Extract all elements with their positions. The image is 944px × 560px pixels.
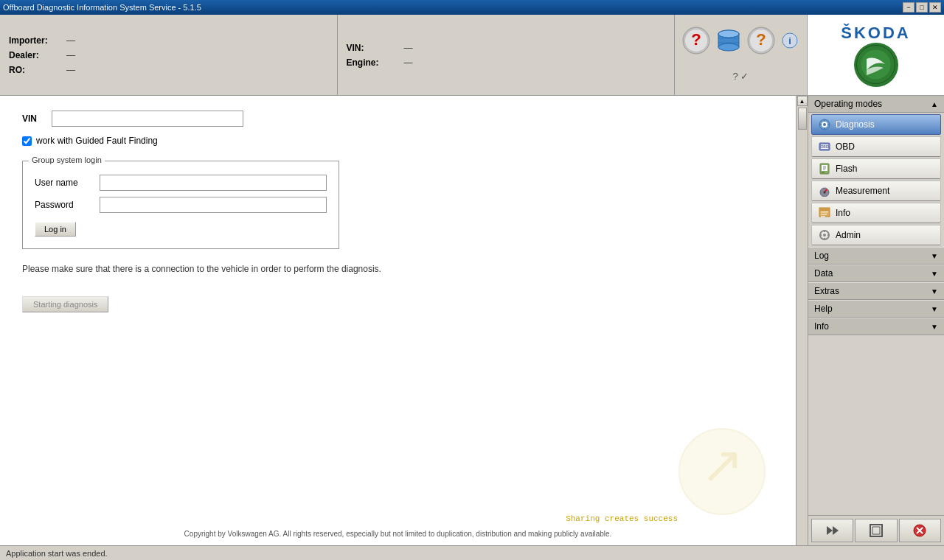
sidebar: Operating modes ▲: [808, 96, 944, 545]
brand-name: ŠKODA: [841, 24, 910, 43]
importer-value: —: [66, 35, 75, 46]
sidebar-bottom: [808, 515, 944, 545]
ro-value: —: [66, 65, 75, 75]
vin-label: VIN: [22, 113, 44, 124]
svg-rect-30: [822, 172, 825, 173]
svg-rect-50: [870, 525, 882, 536]
admin-label: Admin: [836, 230, 861, 240]
password-input[interactable]: [100, 197, 327, 213]
vin-row: VIN: —: [347, 43, 666, 53]
svg-rect-40: [821, 214, 827, 215]
watermark: ↗: [678, 427, 766, 516]
main-content: VIN work with Guided Fault Finding Group…: [0, 96, 796, 545]
info-small-icon[interactable]: i: [779, 33, 801, 48]
content-area: VIN work with Guided Fault Finding Group…: [0, 96, 944, 545]
mode-measurement[interactable]: Measurement: [811, 181, 941, 201]
diagnosis-label: Diagnosis: [836, 119, 875, 130]
engine-row: Engine: —: [347, 57, 666, 68]
svg-point-43: [823, 234, 826, 237]
header-middle: VIN: — Engine: —: [338, 15, 676, 95]
section-data[interactable]: Data ▼: [808, 265, 944, 282]
ro-row: RO: —: [9, 65, 328, 75]
section-help[interactable]: Help ▼: [808, 300, 944, 318]
sidebar-scrollbar: ▲: [796, 96, 808, 545]
measurement-icon: [818, 184, 831, 197]
close-button[interactable]: ✕: [929, 2, 941, 13]
exit-button[interactable]: [899, 519, 941, 542]
minimize-button[interactable]: −: [903, 2, 914, 13]
titlebar-title: Offboard Diagnostic Information System S…: [3, 3, 201, 12]
svg-text:i: i: [788, 35, 791, 46]
question-icon[interactable]: ?: [746, 26, 776, 55]
dealer-label: Dealer:: [9, 50, 60, 60]
forward-button[interactable]: [811, 519, 853, 542]
operating-modes-chevron[interactable]: ▲: [931, 100, 938, 108]
operating-modes-header: Operating modes ▲: [808, 96, 944, 113]
mode-info[interactable]: Info: [811, 203, 941, 223]
diagnosis-icon: [818, 118, 831, 131]
app: Importer: — Dealer: — RO: — VIN: — Engin…: [0, 15, 944, 560]
password-label: Password: [35, 200, 94, 210]
log-label: Log: [814, 251, 829, 261]
maximize-button[interactable]: □: [916, 2, 928, 13]
scroll-thumb[interactable]: [798, 108, 807, 130]
bottom-btn-row: [808, 516, 944, 545]
svg-text:↗: ↗: [701, 436, 744, 494]
importer-label: Importer:: [9, 35, 60, 46]
info-chevron: ▼: [931, 323, 938, 331]
scroll-up-button[interactable]: ▲: [797, 96, 808, 106]
mode-flash[interactable]: Flash: [811, 158, 941, 179]
svg-rect-51: [872, 527, 880, 534]
svg-point-36: [824, 192, 826, 194]
start-diagnosis-button[interactable]: Starting diagnosis: [22, 296, 108, 312]
section-extras[interactable]: Extras ▼: [808, 282, 944, 300]
login-button[interactable]: Log in: [35, 222, 76, 237]
data-chevron: ▼: [931, 270, 938, 278]
svg-rect-41: [821, 216, 825, 217]
help-label: Help: [814, 304, 833, 314]
database-icon[interactable]: [714, 26, 743, 55]
svg-point-20: [823, 123, 826, 126]
header-logo: ŠKODA: [808, 15, 944, 95]
help-icon[interactable]: ?: [681, 26, 711, 55]
skoda-emblem: [854, 43, 898, 87]
svg-marker-48: [827, 526, 833, 535]
guided-fault-checkbox[interactable]: [22, 136, 32, 146]
svg-rect-45: [824, 238, 825, 240]
svg-rect-47: [827, 234, 830, 236]
svg-text:?: ?: [691, 30, 701, 49]
data-label: Data: [814, 268, 833, 279]
checkmark-icon[interactable]: ? ✓: [730, 69, 752, 84]
info-text: Please make sure that there is a connect…: [22, 264, 774, 274]
username-input[interactable]: [100, 175, 327, 191]
extras-label: Extras: [814, 286, 839, 296]
group-login-title: Group system login: [29, 155, 105, 164]
help-chevron: ▼: [931, 305, 938, 313]
admin-icon: [818, 228, 831, 242]
section-log[interactable]: Log ▼: [808, 247, 944, 265]
svg-text:?: ?: [756, 30, 766, 49]
ro-label: RO:: [9, 65, 60, 75]
copyright-text: Copyright by Volkswagen AG. All rights r…: [0, 530, 796, 538]
header-engine-value: —: [404, 57, 413, 68]
info-label: Info: [836, 208, 850, 218]
sharing-text: Sharing creates success: [566, 514, 678, 523]
mode-diagnosis[interactable]: Diagnosis: [811, 114, 941, 135]
username-label: User name: [35, 178, 94, 188]
dealer-row: Dealer: —: [9, 50, 328, 60]
section-info[interactable]: Info ▼: [808, 318, 944, 335]
mode-admin[interactable]: Admin: [811, 225, 941, 245]
resize-button[interactable]: [855, 519, 897, 542]
log-chevron: ▼: [931, 252, 938, 260]
vin-input[interactable]: [52, 111, 243, 127]
svg-rect-44: [824, 230, 825, 232]
header-vin-label: VIN:: [347, 43, 398, 53]
extras-chevron: ▼: [931, 287, 938, 295]
mode-obd[interactable]: OBD OBD: [811, 136, 941, 157]
obd-label: OBD: [836, 141, 855, 152]
guided-fault-row[interactable]: work with Guided Fault Finding: [22, 136, 774, 146]
info-section-label: Info: [814, 321, 829, 332]
statusbar: Application start was ended.: [0, 545, 944, 560]
operating-modes-label: Operating modes: [814, 99, 882, 109]
header: Importer: — Dealer: — RO: — VIN: — Engin…: [0, 15, 944, 96]
